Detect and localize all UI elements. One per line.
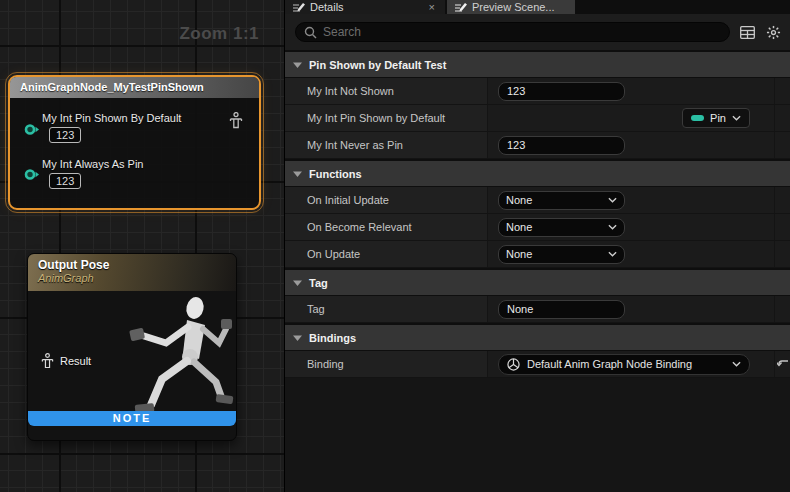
chevron-down-icon [293,62,302,68]
property-row-on-update: On Update None [285,241,790,268]
tab-label: Details [310,1,422,13]
reset-to-default-icon[interactable] [777,359,789,369]
property-row-my-int-never-as-pin: My Int Never as Pin [285,132,790,159]
int-pin-icon[interactable] [24,168,40,181]
tab-preview-scene[interactable]: Preview Scene... [447,0,575,14]
anim-graph-canvas[interactable]: Zoom 1:1 AnimGraphNode_MyTestPinShown My… [0,0,285,492]
chevron-down-icon [732,361,741,367]
zoom-level-label: Zoom 1:1 [179,24,259,44]
pin-toggle-dropdown[interactable]: Pin [682,108,750,128]
my-int-not-shown-input[interactable] [498,82,625,101]
pin-visibility-icon[interactable] [229,112,243,129]
property-row-binding: Binding Default Anim Graph Node Binding [285,351,790,378]
result-pin-label: Result [60,355,91,367]
node-title[interactable]: AnimGraphNode_MyTestPinShown [10,77,259,98]
close-icon[interactable]: × [427,1,437,13]
property-row-on-initial-update: On Initial Update None [285,187,790,214]
panel-tabbar: Details × Preview Scene... [285,0,790,14]
output-pose-header[interactable]: Output Pose AnimGraph [28,254,236,291]
details-panel: Details × Preview Scene... [285,0,790,492]
graph-node-output-pose[interactable]: Output Pose AnimGraph [27,253,237,441]
my-int-never-as-pin-input[interactable] [498,136,625,155]
tab-details[interactable]: Details × [285,0,445,14]
pin-value-box[interactable]: 123 [49,173,81,189]
note-badge[interactable]: NOTE [28,411,236,426]
graph-pin-shown-by-default[interactable]: My Int Pin Shown By Default 123 [42,112,181,143]
mannequin-image [104,291,234,423]
pin-label: My Int Always As Pin [42,158,143,170]
pin-value-box[interactable]: 123 [49,127,81,143]
result-pose-pin[interactable]: Result [41,353,91,369]
section-pin-shown-by-default-test[interactable]: Pin Shown by Default Test [285,50,790,78]
chevron-down-icon [293,280,302,286]
section-bindings[interactable]: Bindings [285,323,790,351]
on-update-dropdown[interactable]: None [498,245,625,264]
unreal-editor: Zoom 1:1 AnimGraphNode_MyTestPinShown My… [0,0,790,492]
property-list: Pin Shown by Default Test My Int Not Sho… [285,50,790,492]
int-pin-icon[interactable] [24,123,40,136]
chevron-down-icon [608,224,617,230]
tag-input[interactable] [498,300,625,319]
search-icon [304,26,317,39]
details-toolbar [285,14,790,50]
section-tag[interactable]: Tag [285,268,790,296]
chevron-down-icon [293,335,302,341]
property-row-my-int-not-shown: My Int Not Shown [285,78,790,105]
on-initial-update-dropdown[interactable]: None [498,191,625,210]
display-options-icon[interactable] [738,23,756,41]
chevron-down-icon [608,251,617,257]
pin-capsule-icon [691,115,704,121]
node-title: Output Pose [38,258,236,272]
details-icon [455,2,467,12]
pin-label: My Int Pin Shown By Default [42,112,181,124]
tab-label: Preview Scene... [472,1,567,13]
graph-pin-always-as-pin[interactable]: My Int Always As Pin 123 [42,158,143,189]
pose-person-icon [41,353,54,369]
details-icon [293,2,305,12]
search-box[interactable] [295,22,730,42]
property-row-on-become-relevant: On Become Relevant None [285,214,790,241]
chevron-down-icon [293,171,302,177]
on-become-relevant-dropdown[interactable]: None [498,218,625,237]
node-subtitle: AnimGraph [38,272,236,284]
property-row-my-int-pin-shown-by-default: My Int Pin Shown by Default Pin [285,105,790,132]
graph-node-testpinshown[interactable]: AnimGraphNode_MyTestPinShown My Int Pin … [8,75,261,210]
section-functions[interactable]: Functions [285,159,790,187]
chevron-down-icon [732,115,741,121]
property-row-tag: Tag [285,296,790,323]
binding-dropdown[interactable]: Default Anim Graph Node Binding [498,354,750,375]
settings-gear-icon[interactable] [764,23,782,41]
binding-sphere-icon [507,358,520,371]
chevron-down-icon [608,197,617,203]
search-input[interactable] [323,25,721,39]
